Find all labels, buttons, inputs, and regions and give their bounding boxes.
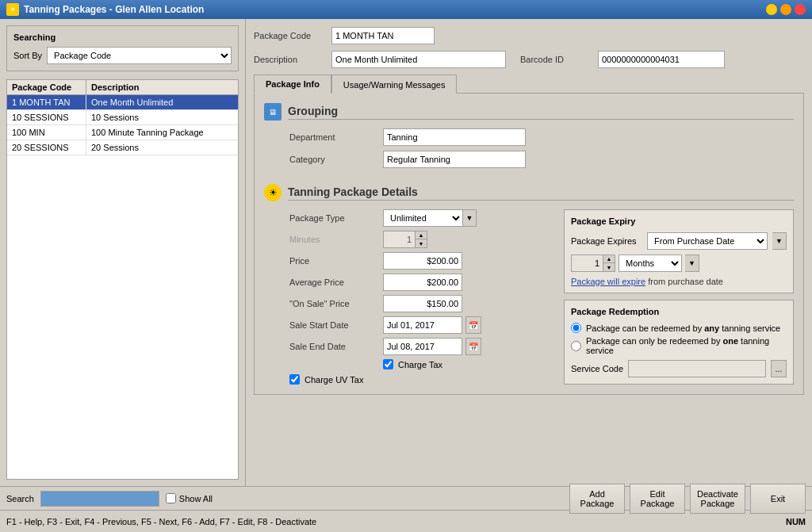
- average-price-input[interactable]: [383, 274, 462, 291]
- expire-value-up-btn[interactable]: ▲: [603, 255, 615, 263]
- deactivate-package-button[interactable]: DeactivatePackage: [690, 484, 745, 514]
- on-sale-price-label: "On Sale" Price: [289, 299, 377, 308]
- list-header: Package Code Description: [7, 80, 238, 95]
- item-code: 100 MIN: [7, 125, 86, 140]
- charge-uv-tax-label: Charge UV Tax: [304, 375, 363, 385]
- tab-usage-warning[interactable]: Usage/Warning Messages: [331, 75, 458, 94]
- expires-dropdown-btn[interactable]: ▼: [772, 232, 787, 250]
- minutes-up-btn[interactable]: ▲: [416, 232, 427, 239]
- item-code: 1 MONTH TAN: [7, 95, 86, 109]
- package-redemption-box: Package Redemption Package can be redeem…: [564, 300, 794, 385]
- service-code-input[interactable]: [628, 360, 766, 377]
- charge-tax-checkbox[interactable]: [383, 359, 393, 369]
- sun-icon: ☀: [264, 184, 282, 201]
- tab-content-package-info: 🖥 Grouping Department Category ☀ Tanning…: [254, 93, 804, 395]
- description-label: Description: [254, 55, 325, 64]
- department-input[interactable]: [383, 128, 526, 146]
- expire-value-down-btn[interactable]: ▼: [603, 263, 615, 271]
- list-item[interactable]: 20 SESSIONS 20 Sessions: [7, 140, 238, 155]
- tanning-details-title: Tanning Package Details: [288, 186, 794, 201]
- price-label: Price: [289, 256, 377, 266]
- expire-note-link[interactable]: Package will expire: [571, 277, 645, 286]
- show-all-label: Show All: [179, 494, 213, 503]
- package-expires-select[interactable]: From Purchase Date Never Fixed Date: [647, 232, 768, 250]
- sale-end-calendar-btn[interactable]: 📅: [465, 338, 481, 355]
- search-label: Search: [6, 494, 34, 503]
- expire-unit-dropdown-btn[interactable]: ▼: [685, 255, 699, 272]
- list-item[interactable]: 100 MIN 100 Minute Tanning Package: [7, 125, 238, 140]
- redemption-one-label: Package can only be redeemed by one tann…: [586, 336, 787, 355]
- sort-select[interactable]: Package Code Description: [47, 47, 232, 64]
- grouping-title: Grouping: [288, 105, 794, 120]
- expires-label: Package Expires: [571, 236, 642, 246]
- add-package-button[interactable]: AddPackage: [569, 484, 625, 514]
- item-desc: 10 Sessions: [86, 110, 238, 124]
- bottom-bar: Search Show All AddPackage EditPackage D…: [0, 486, 812, 510]
- exit-button[interactable]: Exit: [750, 484, 806, 514]
- search-input[interactable]: [40, 491, 159, 507]
- category-input[interactable]: [383, 151, 526, 168]
- item-code: 10 SESSIONS: [7, 110, 86, 124]
- searching-label: Searching: [13, 33, 232, 42]
- package-type-dropdown-btn[interactable]: ▼: [462, 209, 477, 227]
- description-input[interactable]: [331, 51, 506, 68]
- redemption-title: Package Redemption: [571, 307, 787, 316]
- header-code: Package Code: [7, 80, 86, 94]
- redemption-any-label: Package can be redeemed by any tanning s…: [586, 323, 780, 333]
- category-label: Category: [289, 155, 377, 164]
- expire-value-input[interactable]: [571, 255, 603, 272]
- service-code-browse-btn[interactable]: ...: [771, 360, 787, 377]
- redemption-one-radio[interactable]: [571, 341, 581, 351]
- maximize-button[interactable]: [780, 4, 791, 15]
- package-list: Package Code Description 1 MONTH TAN One…: [6, 79, 239, 480]
- left-panel: Searching Sort By Package Code Descripti…: [0, 19, 246, 486]
- sale-start-input[interactable]: [383, 316, 462, 334]
- minutes-input: [383, 231, 415, 248]
- package-code-label: Package Code: [254, 31, 325, 40]
- window-title: Tanning Packages - Glen Allen Location: [24, 4, 204, 15]
- sale-start-calendar-btn[interactable]: 📅: [465, 316, 481, 334]
- list-item[interactable]: 1 MONTH TAN One Month Unlimited: [7, 95, 238, 110]
- sale-start-label: Sale Start Date: [289, 320, 377, 330]
- tab-container: Package Info Usage/Warning Messages: [254, 75, 804, 94]
- header-description: Description: [86, 80, 238, 94]
- sale-end-input[interactable]: [383, 338, 462, 355]
- package-type-label: Package Type: [289, 213, 377, 223]
- close-button[interactable]: [795, 4, 806, 15]
- right-panel: Package Code Description Barcode ID Pack…: [246, 19, 812, 486]
- barcode-id-input[interactable]: [598, 51, 725, 68]
- item-desc: 20 Sessions: [86, 140, 238, 155]
- expiry-title: Package Expiry: [571, 216, 787, 226]
- department-label: Department: [289, 132, 377, 142]
- package-expiry-box: Package Expiry Package Expires From Purc…: [564, 209, 794, 293]
- price-input[interactable]: [383, 252, 462, 270]
- minutes-label: Minutes: [289, 235, 377, 244]
- package-type-select[interactable]: Unlimited Sessions Minutes: [383, 209, 462, 227]
- average-price-label: Average Price: [289, 277, 377, 287]
- expire-unit-select[interactable]: Months Days Years: [619, 255, 682, 272]
- service-code-label: Service Code: [571, 364, 623, 373]
- edit-package-button[interactable]: EditPackage: [630, 484, 685, 514]
- show-all-checkbox[interactable]: [166, 493, 176, 503]
- sale-end-label: Sale End Date: [289, 342, 377, 351]
- list-item[interactable]: 10 SESSIONS 10 Sessions: [7, 110, 238, 125]
- app-icon: ☀: [6, 3, 19, 16]
- on-sale-price-input[interactable]: [383, 295, 462, 312]
- minutes-down-btn[interactable]: ▼: [416, 239, 427, 247]
- expire-note-label: Package will expire from purchase date: [571, 277, 723, 286]
- item-desc: One Month Unlimited: [86, 95, 238, 109]
- help-text: F1 - Help, F3 - Exit, F4 - Previous, F5 …: [6, 517, 316, 526]
- item-code: 20 SESSIONS: [7, 140, 86, 155]
- package-code-input[interactable]: [331, 27, 435, 44]
- sort-by-label: Sort By: [13, 51, 42, 60]
- barcode-id-label: Barcode ID: [520, 55, 592, 64]
- num-label: NUM: [786, 517, 806, 526]
- item-desc: 100 Minute Tanning Package: [86, 125, 238, 140]
- redemption-any-radio[interactable]: [571, 323, 581, 333]
- minimize-button[interactable]: [766, 4, 777, 15]
- charge-tax-label: Charge Tax: [398, 360, 442, 369]
- searching-group: Searching Sort By Package Code Descripti…: [6, 25, 239, 71]
- charge-uv-tax-checkbox[interactable]: [289, 374, 300, 385]
- title-bar: ☀ Tanning Packages - Glen Allen Location: [0, 0, 812, 19]
- tab-package-info[interactable]: Package Info: [254, 75, 331, 94]
